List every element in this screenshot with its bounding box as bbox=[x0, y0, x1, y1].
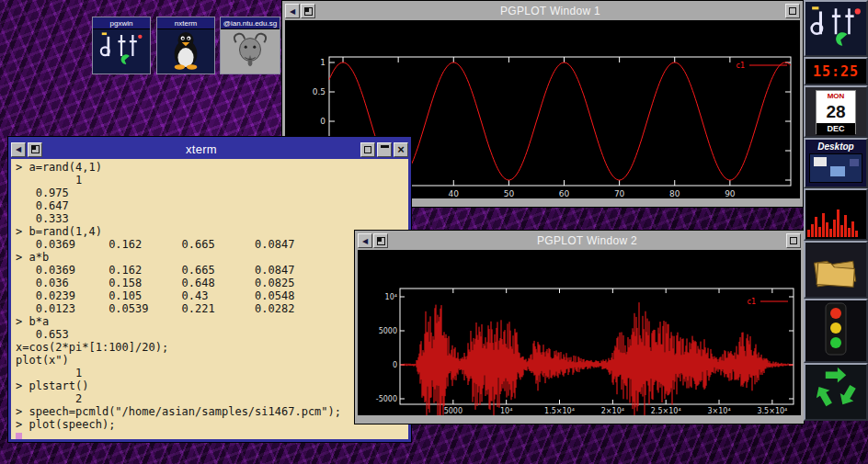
dock-item-pager[interactable]: Desktop bbox=[804, 138, 868, 188]
pgplot-logo-icon bbox=[807, 2, 864, 55]
load-bar bbox=[833, 220, 836, 237]
dock-item-traffic[interactable] bbox=[804, 299, 868, 363]
window-title: xterm bbox=[44, 142, 359, 156]
terminal-line: > plot(speech); bbox=[16, 418, 404, 431]
plot-area-2: 500010⁴1.5×10⁴2×10⁴2.5×10⁴3×10⁴3.5×10⁴10… bbox=[358, 250, 801, 415]
terminal-line: > b*a bbox=[16, 315, 404, 328]
desktop-icon-pgxwin[interactable]: pgxwin bbox=[92, 17, 151, 74]
terminal-line: > a=rand(4,1) bbox=[16, 161, 404, 174]
y-tick-label: 0.5 bbox=[313, 87, 326, 96]
load-bar bbox=[829, 229, 832, 237]
x-tick-label: 1.5×10⁴ bbox=[544, 407, 575, 415]
calendar-card: MON 28 DEC bbox=[816, 90, 856, 134]
arrow-left-icon: ◀ bbox=[16, 145, 21, 153]
terminal-line: > speech=pcmld("/home/asian/samples/si14… bbox=[16, 405, 404, 418]
x-tick-label: 60 bbox=[559, 189, 570, 198]
icon-label: nxterm bbox=[157, 17, 214, 29]
window-title: PGPLOT Window 2 bbox=[389, 234, 785, 247]
window-menu-button[interactable]: ◀ bbox=[358, 233, 372, 248]
window-iconify-button[interactable] bbox=[301, 4, 315, 18]
window-iconify-button[interactable] bbox=[28, 142, 42, 157]
terminal-prompt-line bbox=[16, 431, 404, 439]
terminal-line: > b=rand(1,4) bbox=[16, 225, 404, 238]
terminal-line: > a*b bbox=[16, 251, 404, 264]
x-tick-label: 70 bbox=[614, 189, 625, 198]
legend-label: c1 bbox=[748, 298, 757, 306]
titlebar[interactable]: ◀ xterm × bbox=[11, 140, 408, 159]
terminal-line: 1 bbox=[16, 367, 404, 379]
terminal-line: 0.647 bbox=[16, 199, 404, 212]
load-bar bbox=[818, 227, 821, 237]
folders-icon bbox=[808, 244, 863, 296]
dock-item-pgplot[interactable] bbox=[804, 0, 868, 57]
pager-window bbox=[850, 159, 859, 166]
terminal-line: x=cos(2*pi*[1:100]/20); bbox=[16, 341, 404, 354]
terminal-cursor bbox=[16, 433, 22, 440]
dock-item-files[interactable] bbox=[804, 241, 868, 299]
terminal-line: 2 bbox=[16, 392, 404, 405]
calendar-weekday: MON bbox=[817, 91, 855, 101]
gnu-head-icon bbox=[230, 30, 270, 73]
x-tick-label: 80 bbox=[669, 189, 680, 198]
terminal-line: plot(x") bbox=[16, 354, 404, 367]
x-tick-label: 3.5×10⁴ bbox=[757, 407, 787, 415]
desktop-icon-nxterm[interactable]: nxterm bbox=[156, 17, 215, 74]
x-tick-label: 90 bbox=[725, 189, 736, 198]
arrow-left-icon: ◀ bbox=[290, 7, 295, 16]
pager-label: Desktop bbox=[817, 140, 853, 153]
load-bar bbox=[848, 228, 851, 237]
dock-item-calendar[interactable]: MON 28 DEC bbox=[804, 85, 868, 138]
close-icon: × bbox=[397, 143, 405, 155]
icon-body bbox=[93, 29, 150, 74]
shade-icon bbox=[381, 145, 389, 148]
x-tick-label: 5000 bbox=[444, 407, 463, 415]
dock-item-load-meter[interactable] bbox=[804, 188, 868, 241]
close-button[interactable]: × bbox=[394, 142, 408, 157]
recycle-icon bbox=[808, 365, 863, 420]
desktop-background: pgxwin nxterm bbox=[0, 0, 868, 464]
icon-label: @ian.ntu.edu.sg bbox=[221, 17, 280, 29]
dock-item-clock[interactable]: 15:25 bbox=[804, 57, 868, 85]
x-tick-label: 50 bbox=[504, 189, 515, 198]
tux-penguin-icon bbox=[168, 29, 203, 74]
maximize-icon bbox=[789, 7, 796, 15]
x-tick-label: 2×10⁴ bbox=[601, 407, 624, 415]
shade-button[interactable] bbox=[377, 142, 392, 157]
y-tick-label: 1 bbox=[320, 58, 326, 67]
pager-screen[interactable] bbox=[809, 153, 862, 183]
load-bar bbox=[807, 230, 810, 237]
terminal-line: 0.653 bbox=[16, 328, 404, 341]
y-tick-label: 5000 bbox=[379, 327, 397, 335]
titlebar[interactable]: ◀ PGPLOT Window 1 bbox=[285, 2, 800, 20]
load-bar bbox=[851, 221, 854, 237]
window-iconify-button[interactable] bbox=[373, 233, 388, 248]
pgplot-logo-icon bbox=[97, 28, 146, 74]
maximize-button[interactable] bbox=[785, 4, 800, 18]
calendar-day: 28 bbox=[817, 101, 855, 123]
terminal-line: 0.036 0.158 0.648 0.0825 bbox=[16, 277, 404, 289]
window-title: PGPLOT Window 1 bbox=[316, 5, 784, 17]
load-bar bbox=[855, 231, 858, 237]
terminal-line: 0.975 bbox=[16, 187, 404, 199]
maximize-icon bbox=[364, 146, 371, 153]
terminal-line: 0.0239 0.105 0.43 0.0548 bbox=[16, 289, 404, 302]
terminal-line: > plstart() bbox=[16, 379, 404, 392]
x-tick-label: 2.5×10⁴ bbox=[651, 407, 681, 415]
titlebar[interactable]: ◀ PGPLOT Window 2 bbox=[358, 232, 801, 250]
load-bar bbox=[822, 213, 825, 237]
legend-label: c1 bbox=[737, 62, 746, 70]
window-menu-button[interactable]: ◀ bbox=[285, 4, 300, 18]
x-tick-label: 3×10⁴ bbox=[707, 407, 730, 415]
terminal-content[interactable]: > a=rand(4,1) 1 0.975 0.647 0.333> b=ran… bbox=[11, 159, 408, 439]
maximize-button[interactable] bbox=[786, 233, 801, 248]
corner-square-icon bbox=[31, 145, 40, 153]
load-bar bbox=[811, 224, 814, 237]
maximize-icon bbox=[790, 237, 797, 244]
desktop-icon-remote-host[interactable]: @ian.ntu.edu.sg bbox=[220, 17, 280, 74]
maximize-button[interactable] bbox=[360, 142, 375, 157]
data-waveform bbox=[401, 302, 793, 415]
window-menu-button[interactable]: ◀ bbox=[11, 142, 26, 157]
traffic-light-icon bbox=[808, 300, 863, 362]
x-tick-label: 40 bbox=[449, 189, 460, 198]
dock-item-recycler[interactable] bbox=[804, 363, 868, 421]
